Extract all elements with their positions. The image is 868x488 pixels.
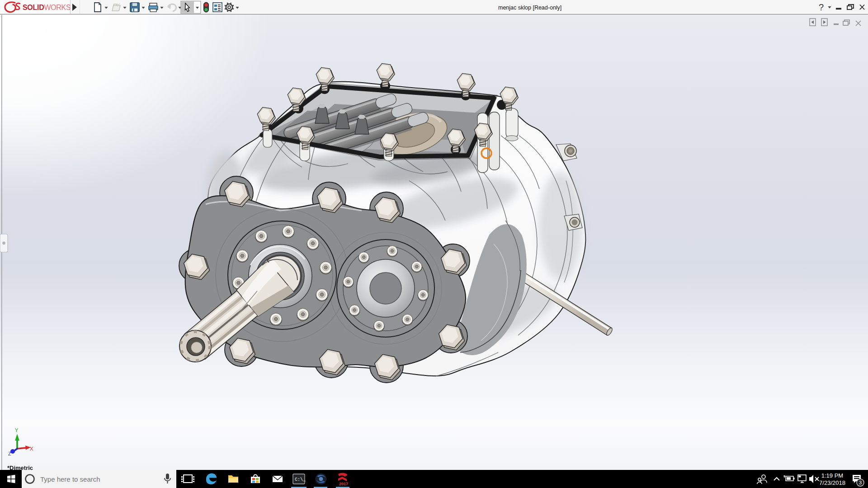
svg-text:SOLIDWORKS: SOLIDWORKS bbox=[23, 4, 71, 11]
svg-text:7/23/2018: 7/23/2018 bbox=[819, 479, 845, 486]
svg-text:?: ? bbox=[819, 2, 824, 12]
svg-text:Type here to search: Type here to search bbox=[40, 475, 100, 483]
svg-text:Y: Y bbox=[15, 427, 19, 433]
svg-text:menjac sklop [Read-only]: menjac sklop [Read-only] bbox=[498, 5, 561, 11]
svg-text:3: 3 bbox=[859, 480, 862, 485]
svg-text:2017: 2017 bbox=[339, 482, 348, 486]
svg-text:C:\_: C:\_ bbox=[295, 477, 306, 482]
svg-text:Z: Z bbox=[8, 451, 11, 456]
svg-text:X: X bbox=[30, 446, 33, 451]
svg-text:*Dimetric: *Dimetric bbox=[7, 465, 33, 470]
svg-text:1:19 PM: 1:19 PM bbox=[821, 472, 843, 479]
